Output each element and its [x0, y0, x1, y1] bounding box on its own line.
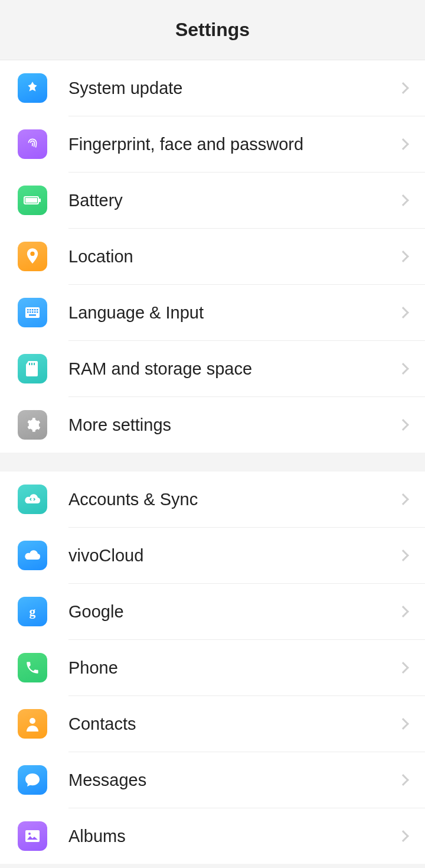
chevron-right-icon — [397, 363, 409, 375]
chevron-right-icon — [397, 493, 409, 505]
settings-item-contacts[interactable]: Contacts — [0, 696, 425, 752]
chevron-right-icon — [397, 718, 409, 730]
fingerprint-icon — [18, 129, 47, 159]
battery-icon — [18, 186, 47, 215]
svg-rect-17 — [31, 363, 32, 365]
cloud-sync-icon — [18, 485, 47, 514]
item-label: Phone — [68, 658, 399, 678]
chevron-right-icon — [397, 138, 409, 150]
chevron-right-icon — [397, 774, 409, 786]
item-label: RAM and storage space — [68, 359, 399, 379]
svg-rect-5 — [27, 309, 29, 311]
settings-item-albums[interactable]: Albums — [0, 808, 425, 864]
item-label: Contacts — [68, 714, 399, 734]
item-label: More settings — [68, 415, 399, 435]
item-label: Messages — [68, 771, 399, 790]
settings-item-language-input[interactable]: Language & Input — [0, 285, 425, 340]
item-label: Accounts & Sync — [68, 490, 399, 509]
settings-item-google[interactable]: g Google — [0, 584, 425, 639]
google-icon: g — [18, 597, 47, 626]
system-update-icon — [18, 73, 47, 103]
chevron-right-icon — [397, 830, 409, 842]
person-icon — [18, 709, 47, 739]
settings-group-accounts-apps: Accounts & Sync vivoCloud g Google Phone… — [0, 472, 425, 864]
gear-icon — [18, 410, 47, 440]
chevron-right-icon — [397, 194, 409, 206]
svg-rect-7 — [32, 309, 34, 311]
settings-item-accounts-sync[interactable]: Accounts & Sync — [0, 472, 425, 527]
item-label: Google — [68, 602, 399, 622]
item-label: vivoCloud — [68, 546, 399, 565]
svg-point-22 — [28, 833, 31, 835]
page-title: Settings — [175, 19, 250, 41]
settings-item-battery[interactable]: Battery — [0, 173, 425, 228]
chevron-right-icon — [397, 662, 409, 674]
chevron-right-icon — [397, 606, 409, 617]
settings-item-fingerprint[interactable]: Fingerprint, face and password — [0, 116, 425, 172]
svg-rect-9 — [37, 309, 38, 311]
svg-rect-14 — [37, 311, 38, 313]
location-pin-icon — [18, 242, 47, 271]
chevron-right-icon — [397, 307, 409, 318]
svg-rect-21 — [25, 830, 40, 842]
svg-rect-6 — [30, 309, 31, 311]
item-label: Albums — [68, 827, 399, 846]
svg-rect-1 — [25, 198, 37, 203]
settings-item-location[interactable]: Location — [0, 229, 425, 284]
chevron-right-icon — [397, 251, 409, 262]
sd-card-icon — [18, 354, 47, 383]
settings-item-more-settings[interactable]: More settings — [0, 397, 425, 453]
item-label: Language & Input — [68, 303, 399, 323]
svg-rect-12 — [32, 311, 34, 313]
settings-item-system-update[interactable]: System update — [0, 60, 425, 116]
picture-icon — [18, 821, 47, 851]
settings-group-system: System update Fingerprint, face and pass… — [0, 60, 425, 453]
svg-point-3 — [30, 252, 34, 256]
header: Settings — [0, 0, 425, 60]
chevron-right-icon — [397, 550, 409, 561]
item-label: Fingerprint, face and password — [68, 135, 399, 154]
settings-item-phone[interactable]: Phone — [0, 640, 425, 695]
svg-rect-13 — [34, 311, 36, 313]
svg-rect-11 — [30, 311, 31, 313]
phone-icon — [18, 653, 47, 682]
keyboard-icon — [18, 298, 47, 327]
settings-item-ram-storage[interactable]: RAM and storage space — [0, 341, 425, 396]
svg-rect-2 — [39, 199, 41, 202]
svg-text:g: g — [30, 604, 36, 619]
settings-item-messages[interactable]: Messages — [0, 752, 425, 808]
svg-rect-18 — [34, 363, 35, 365]
chat-bubble-icon — [18, 765, 47, 795]
item-label: Battery — [68, 191, 399, 210]
chevron-right-icon — [397, 419, 409, 431]
svg-rect-10 — [27, 311, 29, 313]
item-label: Location — [68, 247, 399, 266]
chevron-right-icon — [397, 82, 409, 94]
item-label: System update — [68, 79, 399, 98]
svg-rect-16 — [29, 363, 30, 365]
settings-item-vivocloud[interactable]: vivoCloud — [0, 528, 425, 583]
cloud-icon — [18, 541, 47, 570]
svg-rect-8 — [34, 309, 36, 311]
svg-point-20 — [30, 718, 35, 724]
svg-rect-15 — [29, 314, 36, 316]
